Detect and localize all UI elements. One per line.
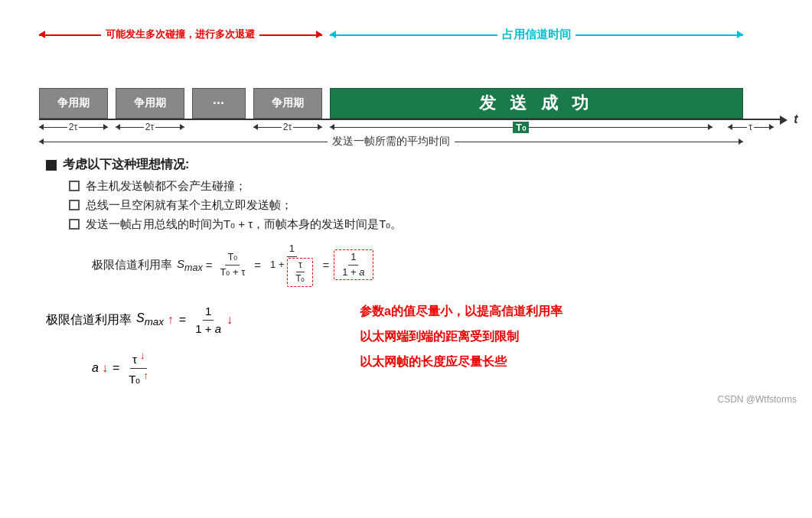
bottom-s-max: Smax (136, 311, 164, 327)
contention-box-2: 争用期 (116, 88, 184, 119)
frac1: T₀ T₀ + τ (217, 251, 247, 279)
collision-arrow: 可能发生多次碰撞，进行多次退避 (39, 26, 322, 43)
bottom-formula-label: 极限信道利用率 (46, 312, 132, 328)
watermark: CSDN @Wtfstorms (717, 394, 797, 405)
frac2-inner: τ T₀ (293, 259, 307, 285)
channel-arrow: 占用信道时间 (330, 26, 743, 43)
full-arrow-label: 发送一帧所需的平均时间 (328, 135, 455, 148)
diagram-area: 可能发生多次碰撞，进行多次退避 占用信道时间 争用期 争用期 ··· 争用期 (39, 23, 774, 134)
note-2: 以太网端到端的距离受到限制 (360, 329, 563, 345)
checkbox-item-2: 总线一旦空闲就有某个主机立即发送帧； (69, 198, 766, 213)
checkbox-icon-1 (69, 181, 80, 191)
tau-segment-3: 2τ (253, 122, 322, 132)
bottom-right: 参数a的值尽量小，以提高信道利用率 以太网端到端的距离受到限制 以太网帧的长度应… (360, 304, 563, 370)
t-label: t (794, 112, 797, 126)
contention-box-4: 争用期 (253, 88, 322, 119)
s-max-1: Smax (177, 257, 203, 273)
text-section: 考虑以下这种理想情况: 各主机发送帧都不会产生碰撞； 总线一旦空闲就有某个主机立… (31, 157, 781, 287)
down-arrow-s: ↓ (227, 313, 233, 327)
checkbox-icon-2 (69, 200, 80, 210)
tau-segment-1: 2τ (39, 122, 108, 132)
frac3-box: 1 1 + a (334, 249, 373, 281)
tau-right-arrow: τ (728, 122, 774, 132)
frac2: 1 1 + τ T₀ (268, 243, 315, 287)
contention-box-1: 争用期 (39, 88, 108, 119)
checkbox-text-3: 发送一帧占用总线的时间为T₀ + τ，而帧本身的发送时间是T₀。 (86, 217, 402, 232)
channel-label: 占用信道时间 (497, 28, 576, 42)
checkbox-item-3: 发送一帧占用总线的时间为T₀ + τ，而帧本身的发送时间是T₀。 (69, 217, 766, 232)
collision-label: 可能发生多次碰撞，进行多次退避 (101, 28, 259, 41)
checkbox-item-1: 各主机发送帧都不会产生碰撞； (69, 179, 766, 194)
formula-section-1: 极限信道利用率 Smax = T₀ T₀ + τ = 1 1 + τ (92, 243, 766, 287)
bottom-frac: 1 1 + a (193, 304, 223, 336)
timeline-axis (39, 119, 781, 120)
section-header: 考虑以下这种理想情况: (46, 157, 766, 173)
timeline-arrow (780, 116, 788, 125)
formula-label-1: 极限信道利用率 (92, 258, 172, 272)
formula-line-1: 极限信道利用率 Smax = T₀ T₀ + τ = 1 1 + τ (92, 243, 766, 287)
note-3: 以太网帧的长度应尽量长些 (360, 354, 563, 370)
section-header-text: 考虑以下这种理想情况: (63, 157, 189, 173)
a-frac: τ ↓ T₀ ↑ (126, 350, 151, 386)
checkbox-text-1: 各主机发送帧都不会产生碰撞； (86, 179, 246, 194)
bottom-s-max-line: 极限信道利用率 Smax ↑ = 1 1 + a ↓ (46, 304, 337, 336)
t0-arrow: T₀ (330, 122, 713, 132)
bottom-formula-section: 极限信道利用率 Smax ↑ = 1 1 + a ↓ a ↓ = (31, 304, 781, 397)
t0-label: T₀ (513, 122, 529, 133)
contention-box-dots: ··· (192, 88, 246, 119)
up-arrow-s: ↑ (168, 313, 174, 327)
tau-segment-2: 2τ (116, 122, 184, 132)
tau-label-1: 2τ (67, 122, 79, 132)
a-down-arrow: ↓ (102, 361, 108, 375)
main-container: 可能发生多次碰撞，进行多次退避 占用信道时间 争用期 争用期 ··· 争用期 (0, 0, 812, 412)
tau-label-3: 2τ (282, 122, 293, 132)
send-success-box: 发 送 成 功 (330, 88, 743, 119)
full-arrow: 发送一帧所需的平均时间 (39, 135, 743, 148)
bottom-left: 极限信道利用率 Smax ↑ = 1 1 + a ↓ a ↓ = (46, 304, 337, 397)
note-1: 参数a的值尽量小，以提高信道利用率 (360, 304, 563, 320)
checkbox-icon-3 (69, 219, 80, 230)
tau-label-2: 2τ (144, 122, 155, 132)
tau-right-label: τ (747, 122, 754, 132)
checkbox-text-2: 总线一旦空闲就有某个主机立即发送帧； (86, 198, 292, 213)
black-square-icon (46, 160, 57, 171)
frac3: 1 1 + a (340, 251, 367, 279)
red-dashed-box: τ T₀ (287, 258, 313, 287)
bottom-a-label: a (92, 361, 99, 375)
diagram-section: 可能发生多次碰撞，进行多次退避 占用信道时间 争用期 争用期 ··· 争用期 (31, 15, 781, 134)
bottom-a-line: a ↓ = τ ↓ T₀ ↑ (92, 350, 337, 386)
